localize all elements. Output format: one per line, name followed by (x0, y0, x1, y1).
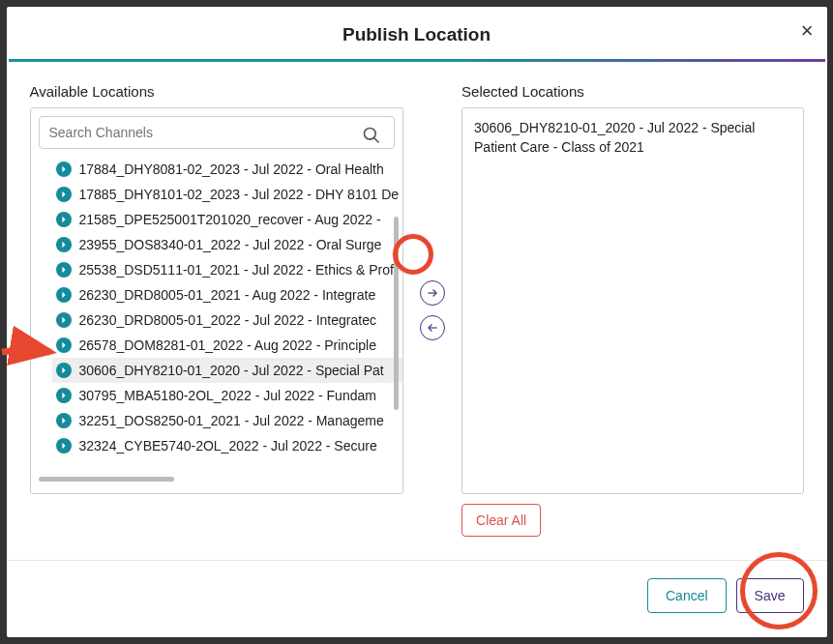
chevron-right-icon[interactable] (56, 187, 72, 202)
list-item[interactable]: 25538_DSD5111-01_2021 - Jul 2022 - Ethic… (52, 257, 403, 282)
list-item-label: 17885_DHY8101-02_2023 - Jul 2022 - DHY 8… (79, 187, 400, 202)
move-left-button[interactable] (420, 315, 445, 340)
list-item-label: 32251_DOS8250-01_2021 - Jul 2022 - Manag… (79, 413, 384, 428)
clear-all-button[interactable]: Clear All (461, 504, 541, 537)
list-item[interactable]: 23955_DOS8340-01_2022 - Jul 2022 - Oral … (52, 232, 403, 257)
list-item[interactable]: 26578_DOM8281-01_2022 - Aug 2022 - Princ… (52, 333, 403, 358)
list-item-label: 25538_DSD5111-01_2021 - Jul 2022 - Ethic… (79, 262, 394, 278)
list-item-label: 30606_DHY8210-01_2020 - Jul 2022 - Speci… (79, 363, 384, 378)
modal-body: Available Locations 17884_DHY8081-02_202… (7, 62, 827, 546)
available-column: Available Locations 17884_DHY8081-02_202… (30, 83, 404, 537)
selected-heading: Selected Locations (461, 83, 803, 100)
list-item[interactable]: 17885_DHY8101-02_2023 - Jul 2022 - DHY 8… (52, 182, 403, 207)
move-right-button[interactable] (420, 280, 445, 306)
available-items-scroll[interactable]: 17884_DHY8081-02_2023 - Jul 2022 - Oral … (31, 157, 403, 485)
chevron-right-icon[interactable] (56, 237, 72, 252)
save-button[interactable]: Save (736, 578, 804, 613)
chevron-right-icon[interactable] (56, 287, 72, 303)
list-item-label: 26230_DRD8005-01_2022 - Jul 2022 - Integ… (79, 312, 376, 328)
modal-footer: Cancel Save (7, 561, 827, 630)
vertical-scrollbar[interactable] (394, 217, 399, 410)
chevron-right-icon[interactable] (56, 438, 72, 454)
publish-location-modal: Publish Location × Available Locations 1… (7, 7, 827, 637)
list-item-label: 30795_MBA5180-2OL_2022 - Jul 2022 - Fund… (79, 388, 376, 403)
list-item[interactable]: 26230_DRD8005-01_2021 - Aug 2022 - Integ… (52, 282, 403, 307)
svg-line-1 (374, 138, 379, 143)
modal-title: Publish Location (7, 24, 827, 45)
available-heading: Available Locations (30, 83, 404, 100)
chevron-right-icon[interactable] (56, 337, 72, 353)
available-list-box: 17884_DHY8081-02_2023 - Jul 2022 - Oral … (30, 107, 404, 494)
chevron-right-icon[interactable] (56, 161, 72, 177)
cancel-button[interactable]: Cancel (647, 578, 727, 613)
chevron-right-icon[interactable] (56, 212, 72, 227)
chevron-right-icon[interactable] (56, 312, 72, 328)
close-icon[interactable]: × (801, 20, 814, 42)
list-item[interactable]: 26230_DRD8005-01_2022 - Jul 2022 - Integ… (52, 307, 403, 333)
modal-header: Publish Location × (7, 7, 827, 59)
selected-item[interactable]: 30606_DHY8210-01_2020 - Jul 2022 - Speci… (474, 118, 790, 158)
selected-column: Selected Locations 30606_DHY8210-01_2020… (461, 83, 803, 537)
list-item-label: 17884_DHY8081-02_2023 - Jul 2022 - Oral … (79, 161, 384, 177)
list-item-label: 21585_DPE525001T201020_recover - Aug 202… (79, 212, 381, 227)
list-item[interactable]: 21585_DPE525001T201020_recover - Aug 202… (52, 207, 403, 232)
list-item[interactable]: 32324_CYBE5740-2OL_2022 - Jul 2022 - Sec… (52, 433, 403, 458)
search-icon[interactable] (362, 126, 381, 149)
list-item[interactable]: 17884_DHY8081-02_2023 - Jul 2022 - Oral … (52, 157, 403, 182)
list-item-label: 23955_DOS8340-01_2022 - Jul 2022 - Oral … (79, 237, 382, 252)
selected-list-box: 30606_DHY8210-01_2020 - Jul 2022 - Speci… (461, 107, 803, 494)
list-item-label: 32324_CYBE5740-2OL_2022 - Jul 2022 - Sec… (79, 438, 377, 454)
horizontal-scrollbar[interactable] (39, 477, 174, 482)
list-item-label: 26230_DRD8005-01_2021 - Aug 2022 - Integ… (79, 287, 376, 303)
list-item[interactable]: 32251_DOS8250-01_2021 - Jul 2022 - Manag… (52, 408, 403, 433)
list-item[interactable]: 30606_DHY8210-01_2020 - Jul 2022 - Speci… (52, 358, 403, 383)
chevron-right-icon[interactable] (56, 413, 72, 428)
transfer-buttons (403, 83, 461, 537)
list-item-label: 26578_DOM8281-01_2022 - Aug 2022 - Princ… (79, 337, 376, 353)
svg-point-0 (365, 129, 376, 140)
search-input[interactable] (39, 116, 396, 149)
chevron-right-icon[interactable] (56, 262, 72, 278)
chevron-right-icon[interactable] (56, 388, 72, 403)
list-item[interactable]: 30795_MBA5180-2OL_2022 - Jul 2022 - Fund… (52, 383, 403, 408)
chevron-right-icon[interactable] (56, 363, 72, 378)
